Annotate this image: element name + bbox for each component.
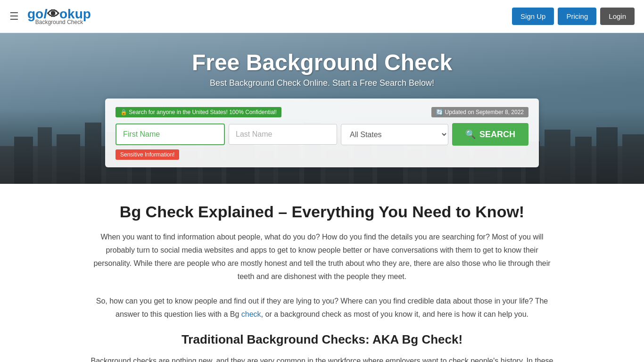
hero-title: Free Background Check <box>192 49 452 75</box>
search-button-label: SEARCH <box>479 130 515 140</box>
login-button[interactable]: Login <box>600 8 635 25</box>
header-left: ☰ gol👁okup Background Check <box>9 8 91 25</box>
updated-badge: 🔄 Updated on September 8, 2022 <box>431 107 528 117</box>
confidential-badge: 🔒 Search for anyone in the United States… <box>116 107 281 117</box>
sensitive-badge: Sensitive Information! <box>116 149 179 160</box>
hero-content: Free Background Check Best Background Ch… <box>0 49 644 167</box>
search-top-bar: 🔒 Search for anyone in the United States… <box>116 107 528 117</box>
hero-section: Free Background Check Best Background Ch… <box>0 33 644 184</box>
content-para-1: When you want to find information about … <box>86 230 558 283</box>
header-right: Sign Up Pricing Login <box>512 8 635 25</box>
main-content: Bg Check Explained – Everything You Need… <box>77 184 567 362</box>
search-fields: All StatesAlabamaAlaskaArizonaArkansasCa… <box>116 123 528 146</box>
first-name-input[interactable] <box>116 123 225 145</box>
state-select[interactable]: All StatesAlabamaAlaskaArizonaArkansasCa… <box>341 124 448 145</box>
para2-text-after: , or a background check as most of you k… <box>261 310 528 318</box>
hamburger-menu-icon[interactable]: ☰ <box>9 10 19 23</box>
search-icon: 🔍 <box>465 129 476 140</box>
content-para-3: Background checks are nothing new, and t… <box>86 354 558 362</box>
logo-subtitle: Background Check <box>35 19 83 25</box>
logo-wrapper: gol👁okup Background Check <box>27 8 91 25</box>
pricing-button[interactable]: Pricing <box>558 8 596 25</box>
search-container: 🔒 Search for anyone in the United States… <box>105 99 539 167</box>
hero-subtitle: Best Background Check Online. Start a Fr… <box>210 78 434 88</box>
site-header: ☰ gol👁okup Background Check Sign Up Pric… <box>0 0 644 33</box>
search-button[interactable]: 🔍 SEARCH <box>452 123 528 146</box>
content-para-2: So, how can you get to know people and f… <box>86 295 558 321</box>
content-heading-1: Bg Check Explained – Everything You Need… <box>86 203 558 221</box>
content-heading-2: Traditional Background Checks: AKA Bg Ch… <box>86 332 558 347</box>
signup-button[interactable]: Sign Up <box>512 8 554 25</box>
last-name-input[interactable] <box>229 124 337 145</box>
check-link[interactable]: check <box>241 310 261 318</box>
